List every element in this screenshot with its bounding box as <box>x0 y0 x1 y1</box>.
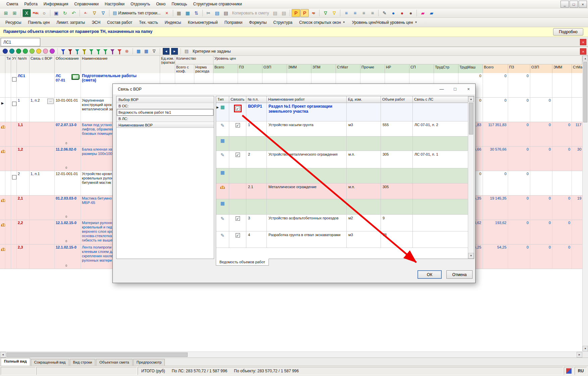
price-value-cell[interactable]: 0 <box>530 98 552 122</box>
price-value-cell[interactable]: 0 <box>530 122 552 146</box>
filter-az-icon[interactable]: ∇ <box>90 9 99 17</box>
vor-unit-cell[interactable]: м3 <box>347 231 381 248</box>
menu-item[interactable]: Смета <box>3 1 21 7</box>
vor-name-cell[interactable]: Раздел №1 Проект организации земельного … <box>267 103 347 121</box>
price-value-cell[interactable] <box>572 73 582 97</box>
vor-link-cell[interactable] <box>413 199 469 215</box>
scroll-up-button[interactable]: ▲ <box>583 56 588 61</box>
insert-child-row-icon[interactable]: ⊞ <box>10 9 19 17</box>
price-value-cell[interactable]: 193,62 <box>483 220 508 244</box>
view-tab-4[interactable]: Объектная смета <box>96 359 133 366</box>
vor-volume-cell[interactable] <box>381 199 413 215</box>
vor-row[interactable]: ▦ <box>216 199 469 215</box>
vertical-scroll-thumb[interactable] <box>583 62 587 122</box>
vor-name-cell[interactable]: Разработка грунта в отвал экскаваторами <box>267 231 347 248</box>
vor-volume-cell[interactable]: 305 <box>381 151 413 168</box>
vor-unit-cell[interactable]: м.п. <box>347 183 381 199</box>
price-value-cell[interactable]: 0 <box>552 147 572 171</box>
menu-item[interactable]: Помощь <box>168 1 190 7</box>
open-windows-dropdown[interactable]: Список открытых окон▼ <box>296 19 348 26</box>
price-value-cell[interactable]: 0 <box>508 147 530 171</box>
row-number-cell[interactable]: 1,1 <box>17 122 30 146</box>
restore-window-button[interactable]: □ <box>570 1 578 8</box>
basis-cell[interactable]: ЛС07-01 <box>55 73 81 97</box>
vor-row[interactable]: ▦ <box>216 137 469 151</box>
price-value-cell[interactable]: 19 145,35 <box>572 196 582 220</box>
paste-icon[interactable]: ▤ <box>222 9 230 17</box>
panel-structure-button[interactable]: Структура <box>270 19 296 26</box>
price-value-cell[interactable]: 0 <box>552 245 572 269</box>
vor-row[interactable]: ✎✓1Устройство насыпи грунтам3555ЛС 07-01… <box>216 121 469 137</box>
panel-indexes-button[interactable]: Индексы <box>161 19 185 26</box>
panel-conjuncture-button[interactable]: Конъюнктурный <box>185 19 221 26</box>
funnel-green3-icon[interactable] <box>103 49 107 52</box>
price-value-cell[interactable]: 0 <box>530 220 552 244</box>
vor-number-cell[interactable] <box>246 137 267 151</box>
table-money-icon[interactable]: ▦ <box>175 9 183 17</box>
vor-row[interactable]: ✎✓3Устройство асфальтобетонных проездовм… <box>216 215 469 231</box>
price-value-cell[interactable]: 0 <box>530 245 552 269</box>
vor-unit-cell[interactable] <box>347 103 381 121</box>
row-number-cell[interactable]: ЛС1 <box>17 73 30 97</box>
price-value-cell[interactable]: 0 <box>483 171 508 195</box>
row-number-cell[interactable]: 1,2 <box>17 147 30 171</box>
funnel-darkred-icon[interactable] <box>68 49 72 52</box>
vor-number-cell[interactable]: 4 <box>246 231 267 248</box>
excel-icon[interactable]: X <box>22 9 31 17</box>
price-value-cell[interactable]: 0 <box>552 220 572 244</box>
row-number-cell[interactable]: 2,3 <box>17 245 30 269</box>
close-document-icon[interactable]: × <box>580 39 586 45</box>
vor-number-cell[interactable] <box>246 199 267 215</box>
minimize-window-button[interactable]: _ <box>560 1 569 8</box>
price-value-cell[interactable] <box>552 98 572 122</box>
cut-icon[interactable]: ✂ <box>204 9 213 17</box>
vor-name-cell[interactable]: Устройство насыпи грунта <box>267 121 347 137</box>
link-checkbox[interactable]: ✓ <box>236 106 240 111</box>
price-value-cell[interactable]: 0 <box>508 220 530 244</box>
horizontal-scrollbar[interactable]: ◄ ► <box>0 352 582 358</box>
dialog-scroll-thumb[interactable] <box>469 103 473 135</box>
table-calc-icon[interactable]: ▦ <box>184 9 192 17</box>
vor-volume-cell[interactable]: 555 <box>381 121 413 137</box>
color-filter-teal[interactable] <box>9 49 14 54</box>
color-filter-yellow[interactable] <box>36 49 41 54</box>
panel-corrections-button[interactable]: Поправки <box>221 19 246 26</box>
vor-unit-cell[interactable]: м.п. <box>347 151 381 168</box>
row-checkbox[interactable] <box>12 175 16 179</box>
panel-prices-button[interactable]: Панель цен <box>24 19 53 26</box>
layout-grid-alt-icon[interactable]: ▦ <box>143 48 149 54</box>
close-filter-icon[interactable]: × <box>580 48 586 55</box>
vor-unit-cell[interactable] <box>347 137 381 151</box>
basis-cell[interactable]: 07.2.07.13-00 <box>55 122 81 146</box>
panel-work-composition-button[interactable]: Состав работ <box>104 19 136 26</box>
vor-name-list[interactable] <box>116 128 214 258</box>
highlight-blue-icon[interactable]: ▰ <box>427 9 436 17</box>
price-value-cell[interactable]: 0 <box>530 196 552 220</box>
funnel-green1-icon[interactable] <box>89 49 93 52</box>
vor-link-cell[interactable] <box>30 122 55 146</box>
vor-name-cell[interactable]: Устройство асфальтобетонных проездов <box>267 215 347 231</box>
rouble-icon[interactable]: Р <box>292 9 300 17</box>
color-filter-green[interactable] <box>16 49 21 54</box>
color-filter-pink[interactable] <box>43 49 48 54</box>
price-value-cell[interactable]: 19 145,35 <box>483 196 508 220</box>
funnel-blue-icon[interactable] <box>61 49 65 52</box>
basis-cell[interactable]: 11.2.06.02-00 <box>55 147 81 171</box>
price-value-cell[interactable] <box>530 171 552 195</box>
basis-cell[interactable]: 10-01-001-01 <box>55 98 81 122</box>
vor-link-cell[interactable]: ЛС 07-01, п. 1 <box>413 151 469 168</box>
row-number-cell[interactable]: 2,1 <box>17 196 30 220</box>
vor-name-cell[interactable] <box>267 168 347 183</box>
undo-icon[interactable]: ↶ <box>69 9 78 17</box>
outline-collapse-icon[interactable]: ≡ <box>368 9 377 17</box>
machine-icon[interactable]: ● <box>398 9 406 17</box>
price-level-selector[interactable]: Уровень цен/Новый уровень цен▼ <box>349 19 421 26</box>
sort-icon[interactable]: А↓ <box>82 9 90 17</box>
vor-row[interactable]: ▦ <box>216 168 469 183</box>
scroll-right-button[interactable]: ► <box>577 352 582 358</box>
vor-name-column-header[interactable]: Наименование ВОР <box>116 122 214 128</box>
dialog-table-scrollbar[interactable]: ▲ ▼ <box>468 96 474 259</box>
vor-row[interactable]: ✎✓4Разработка грунта в отвал экскаватора… <box>216 231 469 248</box>
cancel-button[interactable]: Отмена <box>446 270 473 279</box>
scroll-left-button[interactable]: ◄ <box>0 352 6 358</box>
